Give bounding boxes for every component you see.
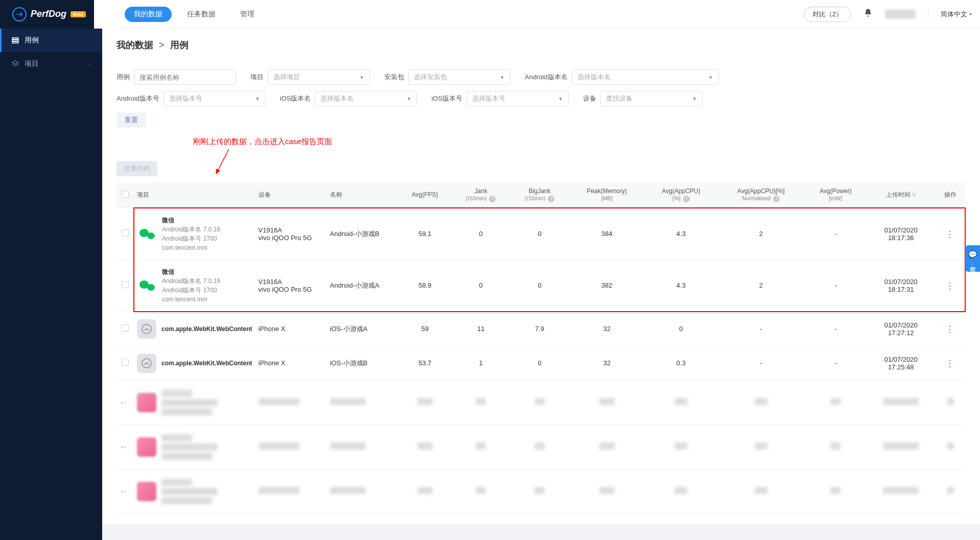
share-arrow-icon: ↩ [121, 398, 127, 407]
caret-down-icon: ▼ [692, 96, 697, 102]
compare-button[interactable]: 对比（2） [804, 7, 851, 22]
android-ver-code-select[interactable]: 选择版本号▼ [164, 91, 266, 106]
chevron-right-icon: › [89, 61, 91, 67]
row-actions-button[interactable]: ⋯ [944, 281, 955, 290]
list-icon [11, 36, 19, 44]
ios-ver-name-select[interactable]: 选择版本名▼ [315, 91, 417, 106]
feedback-tab[interactable]: 💬 留言 · 咨询 [965, 245, 980, 272]
cell-avg_cpu: 0.3 [645, 346, 717, 380]
user-name-redacted[interactable] [885, 10, 916, 19]
table-row[interactable]: com.apple.WebKit.WebContentiPhone XiOS-小… [116, 312, 965, 346]
android-ver-name-select[interactable]: 选择版本名▼ [572, 69, 719, 85]
project-meta-line: Android版本号 1700 [162, 234, 220, 243]
project-meta-line: com.tencent.mm [162, 243, 220, 252]
filter-ios-ver-code-label: iOS版本号 [431, 94, 462, 103]
project-meta-line: Android版本名 7.0.16 [162, 225, 220, 234]
reset-button[interactable]: 重置 [116, 112, 146, 128]
cell-jank: 11 [452, 312, 510, 346]
cell-avg_power: - [805, 346, 867, 380]
cell-avg_cpu_norm: - [717, 346, 805, 380]
row-actions-button[interactable]: ⋯ [944, 229, 955, 238]
project-meta-line: com.tencent.mm [162, 295, 220, 304]
col-avg-cpu-norm[interactable]: Avg(AppCPU)[%]Normalized ? [717, 182, 805, 208]
cell-bigjank: 0 [510, 260, 569, 312]
col-upload-time[interactable]: 上传时间⇅ [867, 182, 935, 208]
col-avg-power[interactable]: Avg(Power)[mW] [805, 182, 867, 208]
svg-rect-1 [12, 40, 18, 41]
share-arrow-icon: ↩ [121, 487, 127, 496]
cell-upload-time: 01/07/202018:17:36 [867, 208, 935, 260]
cell-peak_mem: 32 [569, 312, 645, 346]
project-name: 微信 [162, 216, 220, 225]
col-project[interactable]: 项目 [134, 182, 255, 208]
annotation-arrow-icon [214, 149, 239, 177]
table-row[interactable]: 微信Android版本名 7.0.16Android版本号 1700com.te… [116, 260, 965, 312]
col-peak-mem[interactable]: Peak(Memory)[MB] [569, 182, 645, 208]
table-row-redacted: ↩ [116, 380, 965, 425]
cell-peak_mem: 32 [569, 346, 645, 380]
language-label: 简体中文 [941, 10, 967, 19]
col-device[interactable]: 设备 [255, 182, 327, 208]
cell-peak_mem: 382 [569, 260, 645, 312]
table-row[interactable]: com.apple.WebKit.WebContentiPhone XiOS-小… [116, 346, 965, 380]
case-name[interactable]: iOS-小游戏A [327, 312, 399, 346]
language-select[interactable]: 简体中文 ▾ [941, 10, 972, 19]
batch-archive-button[interactable]: 批量归档 [116, 161, 157, 176]
cell-avg_cpu_norm: - [717, 312, 805, 346]
caret-down-icon: ▼ [708, 75, 713, 80]
case-name[interactable]: Android-小游戏A [327, 260, 399, 312]
svg-rect-0 [12, 38, 18, 39]
cell-jank: 0 [452, 260, 510, 312]
filter-bar: 用例 项目 选择项目▼ 安装包 选择安装包▼ Android版本名 选择版本名▼ [116, 69, 966, 85]
col-avg-cpu[interactable]: Avg(AppCPU)[%] ? [645, 182, 717, 208]
annotation-text: 刚刚上传的数据，点击进入case报告页面 [193, 137, 966, 147]
col-jank[interactable]: Jank(/10min) ? [452, 182, 510, 208]
help-icon[interactable]: ? [489, 196, 496, 202]
device-line: iPhone X [259, 359, 324, 367]
row-actions-button[interactable]: ⋯ [945, 359, 956, 367]
package-select[interactable]: 选择安装包▼ [408, 69, 510, 85]
row-actions-button[interactable]: ⋯ [945, 324, 956, 333]
share-arrow-icon: ↩ [121, 443, 127, 451]
col-bigjank[interactable]: BigJank(/10min) ? [510, 182, 569, 208]
topnav-manage[interactable]: 管理 [231, 7, 264, 22]
row-checkbox[interactable] [122, 229, 129, 237]
device-select[interactable]: 查找设备▼ [600, 91, 703, 106]
sidebar-item-projects[interactable]: 项目 › [0, 52, 102, 76]
sidebar-item-cases[interactable]: 用例 [0, 29, 102, 52]
search-case-input[interactable] [134, 69, 236, 85]
layers-icon [11, 60, 19, 68]
sort-icon[interactable]: ⇅ [912, 192, 916, 198]
project-meta-line: Android版本号 1700 [162, 286, 220, 295]
ios-ver-code-select[interactable]: 选择版本号▼ [466, 91, 569, 106]
topbar: PerfDog Beta 我的数据 任务数据 管理 对比（2） 简体中文 ▾ [0, 0, 980, 29]
row-checkbox[interactable] [122, 359, 129, 366]
cell-upload-time: 01/07/202017:27:12 [867, 312, 935, 346]
col-avg-fps[interactable]: Avg(FPS) [399, 182, 452, 208]
help-icon[interactable]: ? [548, 196, 554, 202]
logo[interactable]: PerfDog Beta [0, 0, 94, 29]
row-checkbox[interactable] [122, 324, 129, 332]
help-icon[interactable]: ? [773, 196, 780, 202]
table-row-redacted: ↩ [116, 469, 965, 513]
case-name[interactable]: Android-小游戏B [327, 208, 399, 260]
generic-app-icon [137, 319, 156, 339]
breadcrumb-parent[interactable]: 我的数据 [116, 40, 153, 50]
col-name[interactable]: 名称 [327, 182, 399, 208]
project-meta-line: Android版本名 7.0.16 [162, 276, 220, 286]
topnav-my-data[interactable]: 我的数据 [125, 7, 172, 22]
case-name[interactable]: iOS-小游戏B [327, 346, 399, 380]
help-icon[interactable]: ? [683, 196, 690, 202]
cell-avg_power: - [805, 312, 867, 346]
project-select[interactable]: 选择项目▼ [268, 69, 370, 85]
svg-rect-2 [12, 42, 18, 43]
row-checkbox[interactable] [122, 281, 129, 288]
cell-jank: 0 [452, 208, 510, 260]
bell-icon[interactable] [864, 8, 873, 20]
topnav-task-data[interactable]: 任务数据 [178, 7, 225, 22]
caret-down-icon: ▼ [558, 96, 563, 102]
select-all-checkbox[interactable] [122, 191, 129, 198]
redacted-app-icon [137, 393, 156, 412]
table-row[interactable]: 微信Android版本名 7.0.16Android版本号 1700com.te… [116, 208, 965, 260]
cell-upload-time: 01/07/202018:17:31 [867, 260, 935, 312]
